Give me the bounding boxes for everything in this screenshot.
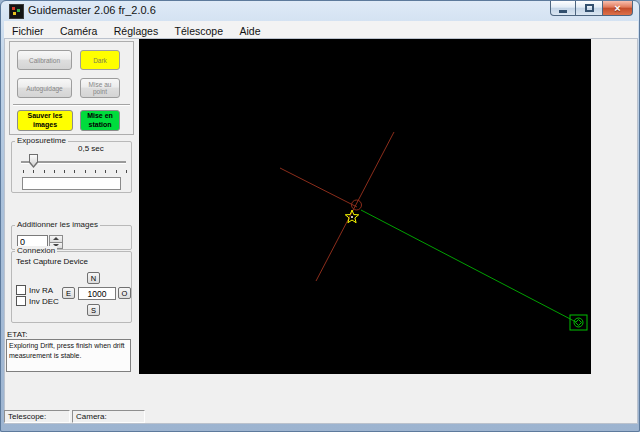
- target-diamond: [576, 320, 582, 326]
- status-telescope: Telescope:: [4, 410, 70, 423]
- exposuretime-label: Exposuretime: [15, 136, 68, 146]
- maximize-button[interactable]: [576, 1, 602, 16]
- connexion-label: Connexion: [15, 246, 57, 256]
- dark-button[interactable]: Dark: [80, 50, 120, 70]
- capture-device-name: Test Capture Device: [16, 257, 88, 266]
- minimize-icon: [559, 10, 567, 13]
- main-buttons-panel: Calibration Dark Autoguidage Mise au poi…: [9, 41, 134, 135]
- guide-line-2: [361, 210, 576, 322]
- titlebar[interactable]: Guidemaster 2.06 fr_2.0.6: [1, 1, 639, 21]
- inv-ra-row: Inv RA: [16, 285, 53, 295]
- star-centroid-dot: [351, 216, 353, 218]
- exposure-value: 0,5 sec: [78, 144, 104, 153]
- minimize-button[interactable]: [550, 1, 576, 16]
- autoguidage-button[interactable]: Autoguidage: [17, 78, 72, 98]
- calibration-button[interactable]: Calibration: [17, 50, 72, 70]
- guide-image-area[interactable]: [139, 39, 591, 374]
- menu-camera[interactable]: Caméra: [54, 23, 103, 39]
- north-button[interactable]: N: [87, 272, 100, 284]
- inv-ra-checkbox[interactable]: [16, 285, 26, 295]
- etat-label: ETAT:: [7, 330, 28, 339]
- additionner-label: Additionner les images: [15, 220, 100, 230]
- east-button[interactable]: E: [62, 287, 75, 299]
- south-button[interactable]: S: [87, 304, 100, 316]
- app-window: Guidemaster 2.06 fr_2.0.6 Fichier Caméra…: [0, 0, 640, 432]
- inv-dec-checkbox[interactable]: [16, 296, 26, 306]
- pulse-duration-input[interactable]: [78, 287, 116, 300]
- inv-ra-label: Inv RA: [29, 286, 53, 295]
- exposuretime-group: Exposuretime 0,5 sec: [11, 141, 132, 193]
- arrow-up-icon: [53, 237, 59, 240]
- menu-aide[interactable]: Aide: [234, 23, 267, 39]
- menu-bar: Fichier Caméra Réglages Télescope Aide: [4, 21, 638, 38]
- client-area: Calibration Dark Autoguidage Mise au poi…: [4, 38, 638, 424]
- inv-dec-row: Inv DEC: [16, 296, 59, 306]
- guide-line-1: [280, 168, 357, 207]
- close-icon: [614, 2, 620, 15]
- status-camera: Camera:: [72, 410, 145, 423]
- exposure-slider-thumb[interactable]: [29, 154, 38, 168]
- window-controls: [550, 1, 633, 16]
- west-button[interactable]: O: [118, 287, 131, 299]
- maximize-icon: [585, 4, 594, 12]
- menu-telescope[interactable]: Télescope: [169, 23, 229, 39]
- inv-dec-label: Inv DEC: [29, 297, 59, 306]
- close-button[interactable]: [602, 1, 633, 16]
- exposure-slider-ticks: [23, 170, 127, 173]
- exposure-progress-bar: [22, 177, 121, 190]
- mise-au-point-button[interactable]: Mise au point: [80, 78, 120, 98]
- panel-separator: [13, 104, 130, 106]
- menu-fichier[interactable]: Fichier: [6, 23, 50, 39]
- app-icon: [9, 4, 24, 19]
- etat-message-box: Exploring Drift, press finish when drift…: [6, 339, 131, 372]
- sauver-les-images-button[interactable]: Sauver les images: [17, 110, 73, 131]
- menu-reglages[interactable]: Réglages: [108, 23, 164, 39]
- target-box: [570, 315, 587, 330]
- stepper-up-button[interactable]: [49, 235, 63, 243]
- guide-overlay-svg: [139, 39, 591, 374]
- connexion-group: Connexion Test Capture Device N Inv RA I…: [11, 251, 132, 323]
- window-title: Guidemaster 2.06 fr_2.0.6: [28, 4, 156, 16]
- mise-en-station-button[interactable]: Mise en station: [80, 110, 120, 131]
